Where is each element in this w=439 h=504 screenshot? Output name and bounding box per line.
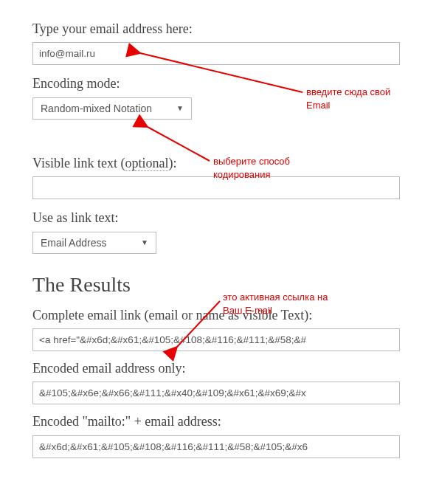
visible-label-optional: optional [125,156,168,171]
encoding-select-value: Random-mixed Notation [41,103,152,114]
annotation-encoding: выберите способ кодирования [213,155,290,181]
visible-label-suffix: ): [168,156,176,170]
annotation-result: это активная ссылка на Ваш E-mail [223,291,328,317]
complete-link-label: Complete email link (email or name as vi… [32,307,407,324]
encoded-address-output[interactable]: &#105;&#x6e;&#x66;&#111;&#x40;&#109;&#x6… [32,382,400,404]
visible-label-prefix: Visible link text ( [32,156,125,170]
email-label: Type your email address here: [32,21,407,38]
annotation-email: введите сюда свой Email [306,86,390,111]
use-as-select-value: Email Address [41,237,106,249]
chevron-down-icon: ▼ [141,238,148,246]
encoded-address-label: Encoded email address only: [32,360,407,377]
chevron-down-icon: ▼ [176,104,184,112]
encoded-mailto-output[interactable]: &#x6d;&#x61;&#105;&#108;&#116;&#111;&#58… [32,435,400,458]
use-as-link-text-select[interactable]: Email Address ▼ [32,232,156,254]
use-as-link-text-label: Use as link text: [32,210,407,227]
encoded-mailto-label: Encoded "mailto:" + email address: [32,413,407,430]
encoding-select[interactable]: Random-mixed Notation ▼ [32,97,192,120]
email-input[interactable] [32,42,400,65]
results-heading: The Results [32,273,407,297]
complete-link-output[interactable]: <a href="&#x6d;&#x61;&#105;&#108;&#116;&… [32,328,400,351]
